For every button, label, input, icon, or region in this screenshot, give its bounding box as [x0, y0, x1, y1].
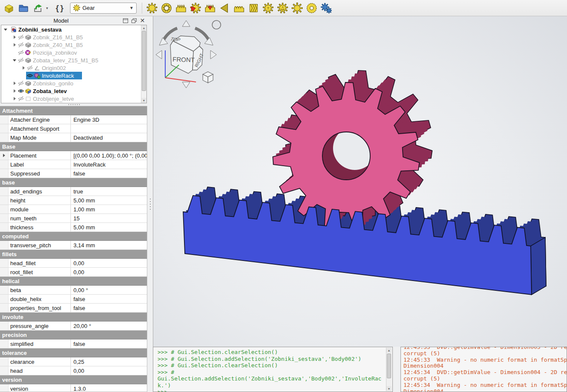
property-value[interactable]: [71, 124, 147, 133]
dock-close-button[interactable]: ✕: [139, 18, 146, 24]
property-value[interactable]: false: [71, 304, 147, 312]
nav-down-arrow[interactable]: [182, 82, 190, 88]
hypocycloid-gear-tool[interactable]: [291, 2, 304, 15]
property-group-base[interactable]: Base: [0, 142, 147, 151]
tree-item-zobata_letev_z15_m1_b5[interactable]: Zobata_letev_Z15_M1_B5: [1, 56, 141, 64]
python-console[interactable]: >>> # Gui.Selection.clearSelection()>>> …: [153, 347, 393, 392]
property-value[interactable]: InvoluteRack: [71, 160, 147, 169]
scroll-down-icon[interactable]: ▼: [141, 98, 146, 103]
closed-expander-icon[interactable]: [0, 151, 9, 160]
eye-visible-icon[interactable]: [17, 88, 24, 94]
timing-pulley-tool[interactable]: [305, 2, 318, 15]
closed-expander-icon[interactable]: [12, 42, 17, 47]
eye-hidden-icon[interactable]: [17, 49, 24, 56]
property-value[interactable]: false: [71, 295, 147, 303]
nav-up-arrow[interactable]: [182, 20, 190, 26]
nav-left-arrow[interactable]: [156, 50, 162, 59]
nav-face-front-label[interactable]: FRONT: [172, 56, 195, 64]
3d-viewport[interactable]: TOP FRONT RIGHT: [153, 16, 567, 347]
cycloid-rack-tool[interactable]: [204, 2, 216, 15]
dock-viewport-splitter[interactable]: [148, 16, 153, 392]
property-value[interactable]: 5,00 mm: [71, 196, 147, 205]
worm-gear-tool[interactable]: [247, 2, 260, 15]
report-view[interactable]: 12:45:33 DVD::getDimValue - Dimension003…: [400, 347, 567, 392]
navigation-cube[interactable]: TOP FRONT RIGHT: [155, 17, 223, 94]
eye-hidden-icon[interactable]: [17, 34, 24, 41]
open-expander-icon[interactable]: [3, 27, 8, 32]
tree-item-zobnik_z16_m1_b5[interactable]: Zobnik_Z16_M1_B5: [1, 33, 141, 41]
closed-expander-icon[interactable]: [12, 88, 17, 94]
macro-button[interactable]: { }: [53, 2, 66, 15]
property-value[interactable]: 1,00 mm: [71, 205, 147, 214]
export-dropdown-caret[interactable]: ▾: [46, 2, 50, 15]
eye-hidden-icon[interactable]: [17, 95, 24, 102]
eye-visible-icon[interactable]: [26, 72, 33, 79]
eye-hidden-icon[interactable]: [17, 57, 24, 64]
bevel-gear-tool[interactable]: [218, 2, 231, 15]
property-group-involute[interactable]: involute: [0, 313, 147, 322]
property-group-fillets[interactable]: fillets: [0, 250, 147, 259]
property-value[interactable]: 0,00: [71, 268, 147, 276]
workbench-selector[interactable]: Gear ▼: [70, 3, 137, 14]
involute-rack-tool[interactable]: [175, 2, 187, 15]
tree-scrollbar-thumb[interactable]: [142, 31, 146, 91]
console-scrollbar-thumb[interactable]: [387, 354, 391, 378]
cycloid-gear-tool[interactable]: [189, 2, 202, 15]
property-value[interactable]: false: [71, 169, 147, 178]
property-group-computed[interactable]: computed: [0, 232, 147, 241]
property-group-helical[interactable]: helical: [0, 277, 147, 286]
property-group-attachment[interactable]: Attachment: [0, 106, 147, 115]
tree-item-origin002[interactable]: Origin002: [1, 64, 141, 72]
console-scrollbar[interactable]: ▲ ▼: [386, 348, 392, 391]
property-value[interactable]: 0,00 °: [71, 286, 147, 294]
internal-involute-gear-tool[interactable]: [160, 2, 173, 15]
tree-item-pozicija_zobnikov[interactable]: Pozicija_zobnikov: [1, 49, 141, 56]
gear-connector-tool[interactable]: [320, 2, 333, 15]
tree-item-involuterack[interactable]: InvoluteRack: [1, 72, 141, 79]
tree-item-zobata_letev[interactable]: Zobata_letev: [1, 87, 141, 95]
property-value[interactable]: 0,00: [71, 366, 147, 375]
property-value[interactable]: false: [71, 339, 147, 348]
property-value[interactable]: Engine 3D: [71, 115, 147, 124]
eye-hidden-icon[interactable]: [26, 64, 33, 71]
eye-hidden-icon[interactable]: [17, 80, 24, 87]
nav-right-arrow[interactable]: [210, 50, 216, 59]
crown-gear-tool[interactable]: [233, 2, 246, 15]
property-value[interactable]: true: [71, 187, 147, 196]
eye-hidden-icon[interactable]: [17, 41, 24, 48]
property-group-base[interactable]: base: [0, 178, 147, 187]
scroll-up-icon[interactable]: ▲: [141, 25, 146, 30]
dock-minimize-button[interactable]: [122, 18, 129, 24]
nav-circle-icon[interactable]: [212, 20, 221, 29]
dock-float-button[interactable]: [130, 18, 137, 24]
property-value[interactable]: 1.3.0: [71, 384, 147, 392]
open-expander-icon[interactable]: [12, 58, 17, 63]
property-value[interactable]: 0,00: [71, 259, 147, 267]
tree-item-zobnisko_gonilo[interactable]: Zobnisko_gonilo: [1, 79, 141, 87]
involute-gear-tool[interactable]: [146, 2, 158, 15]
property-group-precision[interactable]: precision: [0, 331, 147, 339]
property-value[interactable]: 3,14 mm: [71, 241, 147, 249]
closed-expander-icon[interactable]: [12, 81, 17, 86]
property-value[interactable]: [(0,00 0,00 1,00); 0,00 °; (0,00 ...: [71, 151, 147, 160]
tree-item-zobnik_z40_m1_b5[interactable]: Zobnik_Z40_M1_B5: [1, 41, 141, 49]
closed-expander-icon[interactable]: [12, 96, 17, 101]
property-group-tolerance[interactable]: tolerance: [0, 348, 147, 357]
closed-expander-icon[interactable]: [12, 35, 17, 40]
closed-expander-icon[interactable]: [21, 65, 26, 70]
lantern-gear-tool[interactable]: qhdr: [276, 2, 289, 15]
property-value[interactable]: 5,00 mm: [71, 223, 147, 231]
new-part-button[interactable]: [3, 2, 15, 15]
tree-item-ozobljenje_letve[interactable]: Ozobljenje_letve: [1, 95, 141, 102]
nav-mini-cube[interactable]: [203, 72, 213, 83]
open-file-button[interactable]: [17, 2, 30, 15]
property-value[interactable]: 0,25: [71, 357, 147, 366]
property-value[interactable]: Deactivated: [71, 133, 147, 142]
tree-item-zobniki_sestava[interactable]: Zobniki_sestava: [1, 26, 141, 33]
property-value[interactable]: 15: [71, 214, 147, 222]
scroll-up-icon[interactable]: ▲: [386, 348, 392, 353]
property-group-version[interactable]: version: [0, 375, 147, 384]
property-value[interactable]: 20,00 °: [71, 322, 147, 330]
timing-gear-t-tool[interactable]: T: [262, 2, 275, 15]
scroll-down-icon[interactable]: ▼: [386, 386, 392, 391]
